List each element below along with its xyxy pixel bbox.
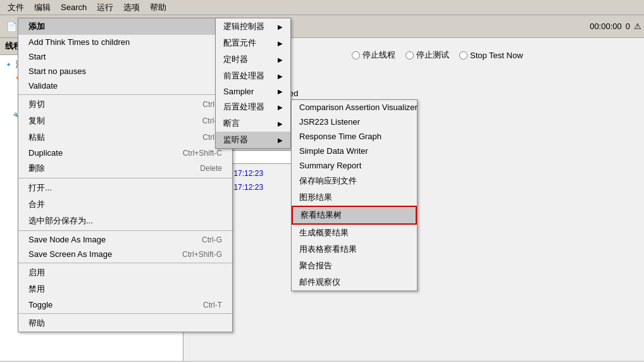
test-plan-icon: 🔹 bbox=[4, 60, 13, 69]
menu-search[interactable]: Search bbox=[56, 1, 92, 13]
radio-stop-thread[interactable] bbox=[352, 51, 360, 59]
submenu-listener-panel: Comparison Assertion Visualizer JSR223 L… bbox=[291, 99, 418, 291]
time-display: 00:00:00 bbox=[590, 22, 622, 31]
menu-run[interactable]: 运行 bbox=[92, 1, 118, 15]
ctx-save-node-shortcut: Ctrl-G bbox=[202, 235, 222, 244]
ctx-cut-label: 剪切 bbox=[28, 99, 45, 110]
ctx-item-start[interactable]: Start bbox=[18, 49, 232, 64]
radio-stop-test-now[interactable] bbox=[459, 51, 468, 59]
ctx-item-help[interactable]: 帮助 bbox=[18, 315, 232, 332]
submenu-timer[interactable]: 定时器 bbox=[216, 51, 290, 68]
listener-jsr223[interactable]: JSR223 Listener bbox=[292, 115, 417, 129]
radio-stop-test[interactable] bbox=[406, 51, 414, 59]
ctx-save-screen-shortcut: Ctrl+Shift-G bbox=[182, 250, 222, 259]
ctx-item-save-selected[interactable]: 选中部分保存为... bbox=[18, 213, 232, 229]
submenu-logic-controller[interactable]: 逻辑控制器 bbox=[216, 18, 290, 35]
radio-stop-test-now-label[interactable]: Stop Test Now bbox=[459, 51, 523, 60]
ctx-item-delete[interactable]: 删除 Delete bbox=[18, 160, 232, 177]
submenu-pre-processor[interactable]: 前置处理器 bbox=[216, 68, 290, 84]
ctx-item-add[interactable]: 添加 bbox=[18, 18, 232, 35]
ctx-save-node-label: Save Node As Image bbox=[28, 235, 106, 244]
submenu-assertion[interactable]: 断言 bbox=[216, 115, 290, 132]
listener-summary-report[interactable]: Summary Report bbox=[292, 158, 417, 173]
ctx-save-screen-label: Save Screen As Image bbox=[28, 249, 112, 259]
listener-simple-data-writer[interactable]: Simple Data Writer bbox=[292, 144, 417, 158]
ctx-item-save-screen[interactable]: Save Screen As Image Ctrl+Shift-G bbox=[18, 247, 232, 261]
listener-response-time-graph[interactable]: Response Time Graph bbox=[292, 129, 417, 144]
ctx-sep1 bbox=[18, 94, 232, 95]
ctx-del-shortcut: Delete bbox=[200, 164, 222, 173]
listener-aggregate-report[interactable]: 聚合报告 bbox=[292, 258, 417, 274]
listener-comparison-assertion[interactable]: Comparison Assertion Visualizer bbox=[292, 100, 417, 115]
ctx-paste-label: 粘贴 bbox=[28, 132, 45, 143]
listener-mail-visualizer[interactable]: 邮件观察仪 bbox=[292, 274, 417, 290]
submenu-config-element[interactable]: 配置元件 bbox=[216, 35, 290, 51]
ctx-sep5 bbox=[18, 313, 232, 314]
menu-help[interactable]: 帮助 bbox=[145, 1, 171, 15]
ctx-item-disable[interactable]: 禁用 bbox=[18, 281, 232, 297]
ctx-dup-shortcut: Ctrl+Shift-C bbox=[183, 149, 222, 158]
menu-options[interactable]: 选项 bbox=[118, 1, 145, 15]
ctx-item-validate[interactable]: Validate bbox=[18, 78, 232, 93]
ctx-item-enable[interactable]: 启用 bbox=[18, 265, 232, 281]
ctx-toggle-label: Toggle bbox=[28, 300, 53, 309]
ctx-sep3 bbox=[18, 230, 232, 231]
ctx-item-duplicate[interactable]: Duplicate Ctrl+Shift-C bbox=[18, 146, 232, 160]
submenu-add: 逻辑控制器 配置元件 定时器 前置处理器 Sampler 后置处理器 断言 监听… bbox=[215, 18, 291, 149]
ctx-dup-label: Duplicate bbox=[28, 148, 63, 158]
listener-view-results-table[interactable]: 用表格察看结果 bbox=[292, 241, 417, 258]
menu-edit[interactable]: 编辑 bbox=[29, 1, 56, 15]
listener-view-results-tree[interactable]: 察看结果树 bbox=[292, 206, 417, 225]
radio-stop-thread-label[interactable]: 停止线程 bbox=[352, 49, 395, 61]
listener-save-response[interactable]: 保存响应到文件 bbox=[292, 173, 417, 189]
warning-icon: ⚠ bbox=[634, 22, 641, 31]
ctx-item-merge[interactable]: 合并 bbox=[18, 196, 232, 213]
toolbar-time-area: 00:00:00 0 ⚠ bbox=[590, 22, 641, 31]
ctx-item-paste[interactable]: 粘贴 Ctrl-V bbox=[18, 129, 232, 146]
submenu-post-processor[interactable]: 后置处理器 bbox=[216, 99, 290, 115]
listener-graph-results[interactable]: 图形结果 bbox=[292, 189, 417, 206]
ctx-item-copy[interactable]: 复制 Ctrl-C bbox=[18, 113, 232, 129]
radio-stop-test-label[interactable]: 停止测试 bbox=[406, 49, 449, 61]
ctx-sep4 bbox=[18, 263, 232, 263]
context-menu-main: 添加 Add Think Times to children Start Sta… bbox=[18, 18, 233, 332]
count-display: 0 bbox=[626, 22, 630, 31]
ctx-copy-label: 复制 bbox=[28, 115, 45, 127]
submenu-sampler[interactable]: Sampler bbox=[216, 84, 290, 99]
submenu-listener[interactable]: 监听器 bbox=[216, 132, 290, 148]
menu-file[interactable]: 文件 bbox=[3, 1, 29, 15]
listener-generate-summary[interactable]: 生成概要结果 bbox=[292, 225, 417, 241]
ctx-sep2 bbox=[18, 178, 232, 178]
ctx-item-open[interactable]: 打开... bbox=[18, 180, 232, 196]
radio-group-stop: 停止线程 停止测试 Stop Test Now bbox=[352, 49, 634, 61]
ctx-item-toggle[interactable]: Toggle Ctrl-T bbox=[18, 297, 232, 312]
ctx-toggle-shortcut: Ctrl-T bbox=[203, 301, 222, 309]
ctx-del-label: 删除 bbox=[28, 163, 45, 174]
ctx-item-save-node[interactable]: Save Node As Image Ctrl-G bbox=[18, 232, 232, 247]
ctx-item-start-no-pauses[interactable]: Start no pauses bbox=[18, 64, 232, 78]
menubar: 文件 编辑 Search 运行 选项 帮助 bbox=[0, 0, 644, 15]
ctx-item-add-think-times[interactable]: Add Think Times to children bbox=[18, 35, 232, 49]
ctx-item-cut[interactable]: 剪切 Ctrl-X bbox=[18, 96, 232, 113]
